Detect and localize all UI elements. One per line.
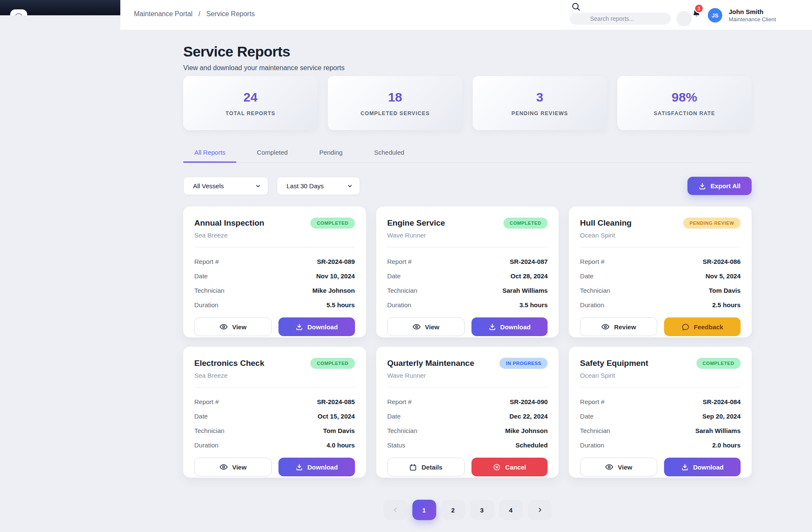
detail-value: Sarah Williams (695, 427, 741, 434)
report-card: Hull Cleaning PENDING REVIEW Ocean Spiri… (569, 207, 752, 337)
user-name: John Smith (729, 8, 776, 16)
download-button[interactable]: Download (278, 317, 355, 336)
review-button[interactable]: Review (580, 317, 657, 336)
cancel-button[interactable]: Cancel (471, 458, 548, 476)
next-page-button[interactable] (528, 500, 552, 520)
detail-label: Duration (580, 301, 604, 308)
notification-badge: 3 (694, 4, 704, 13)
export-all-label: Export All (710, 182, 740, 190)
detail-value: SR-2024-087 (510, 258, 548, 265)
search-input[interactable] (570, 13, 671, 25)
feedback-button[interactable]: Feedback (664, 317, 741, 336)
detail-label: Duration (194, 441, 219, 449)
chevron-down-icon (255, 183, 261, 189)
vessel-name: Wave Runner (387, 232, 548, 239)
report-card: Engine Service COMPLETED Wave Runner Rep… (376, 207, 559, 337)
view-button-label: View (232, 323, 247, 331)
tab-all-reports[interactable]: All Reports (183, 149, 236, 162)
report-details: Report #SR-2024-084 DateSep 20, 2024 Tec… (580, 394, 741, 452)
detail-label: Report # (194, 258, 219, 265)
report-card: Electronics Check COMPLETED Sea Breeze R… (183, 347, 366, 478)
report-card: Quarterly Maintenance IN PROGRESS Wave R… (376, 347, 559, 478)
tab-pending[interactable]: Pending (308, 149, 354, 162)
stat-label: PENDING REVIEWS (511, 110, 568, 116)
detail-label: Date (580, 413, 593, 420)
detail-label: Technician (580, 427, 610, 434)
report-card: Annual Inspection COMPLETED Sea Breeze R… (183, 207, 366, 337)
view-button[interactable]: View (194, 458, 272, 476)
search-icon (571, 2, 581, 12)
chat-bubble-icon (681, 323, 690, 331)
stat-value: 98% (672, 90, 697, 105)
details-button-label: Details (421, 464, 442, 471)
chevron-right-icon (537, 507, 543, 513)
tab-completed[interactable]: Completed (246, 149, 299, 162)
page-button-3[interactable]: 3 (470, 500, 494, 520)
detail-value: 4.0 hours (327, 441, 355, 449)
status-badge: COMPLETED (696, 358, 741, 369)
view-button-label: View (425, 323, 440, 331)
detail-label: Date (387, 272, 401, 280)
period-filter-select[interactable]: Last 30 Days (277, 177, 360, 195)
detail-value: Oct 15, 2024 (318, 413, 355, 420)
download-button[interactable]: Download (278, 458, 355, 476)
notifications-button[interactable]: 3 (676, 3, 700, 26)
detail-value: SR-2024-090 (510, 398, 548, 405)
report-details: Report #SR-2024-087 DateOct 28, 2024 Tec… (387, 254, 548, 312)
view-button[interactable]: View (194, 317, 272, 336)
divider (194, 247, 355, 247)
detail-label: Date (194, 413, 208, 420)
detail-value: Tom Davis (323, 427, 355, 434)
view-button[interactable]: View (387, 317, 465, 336)
view-button[interactable]: View (580, 458, 657, 476)
report-details: Report #SR-2024-085 DateOct 15, 2024 Tec… (194, 394, 355, 452)
report-title: Hull Cleaning (580, 218, 631, 228)
divider (580, 247, 741, 247)
user-menu[interactable]: JS John Smith Maintenance Client (708, 8, 776, 23)
feedback-button-label: Feedback (694, 323, 723, 331)
breadcrumb: Maintenance Portal / Service Reports (134, 10, 255, 18)
detail-label: Date (580, 272, 593, 280)
stat-satisfaction-rate: 98% SATISFACTION RATE (617, 76, 752, 130)
detail-value: Mike Johnson (312, 287, 355, 294)
tab-scheduled[interactable]: Scheduled (363, 149, 415, 162)
page-button-4[interactable]: 4 (499, 500, 523, 520)
download-icon (295, 463, 303, 471)
vessel-name: Ocean Spirit (580, 372, 741, 379)
notification-button-bg (676, 11, 692, 26)
detail-value: Tom Davis (709, 287, 741, 294)
detail-label: Duration (387, 301, 412, 308)
detail-value: Sarah Williams (503, 287, 548, 294)
cancel-button-label: Cancel (505, 464, 526, 471)
stat-pending-reviews: 3 PENDING REVIEWS (473, 76, 607, 130)
report-tabs: All Reports Completed Pending Scheduled (183, 149, 752, 163)
download-button-label: Download (307, 464, 338, 471)
status-badge: COMPLETED (503, 218, 548, 229)
detail-value: Scheduled (515, 441, 548, 449)
report-title: Engine Service (387, 218, 445, 228)
vessel-filter-select[interactable]: All Vessels (183, 177, 268, 195)
divider (194, 387, 355, 388)
page-button-1[interactable]: 1 (412, 500, 436, 520)
detail-label: Report # (194, 398, 219, 405)
details-button[interactable]: Details (387, 458, 465, 476)
page-button-2[interactable]: 2 (441, 500, 465, 520)
download-button-label: Download (693, 464, 724, 471)
download-button[interactable]: Download (471, 317, 548, 336)
stat-label: COMPLETED SERVICES (361, 110, 430, 116)
previous-page-button[interactable] (383, 500, 407, 520)
sidebar-top (0, 0, 120, 15)
detail-value: 5.5 hours (327, 301, 355, 308)
vessel-filter-value: All Vessels (193, 182, 224, 190)
status-badge: COMPLETED (310, 218, 355, 229)
detail-value: Mike Johnson (505, 427, 548, 434)
report-title: Quarterly Maintenance (387, 358, 474, 368)
breadcrumb-parent[interactable]: Maintenance Portal (134, 10, 193, 18)
app-logo[interactable] (10, 9, 27, 15)
view-button-label: View (618, 464, 632, 471)
detail-label: Duration (194, 301, 219, 308)
stat-value: 18 (388, 90, 402, 105)
export-all-button[interactable]: Export All (687, 177, 752, 195)
view-button-label: View (232, 464, 247, 471)
download-button[interactable]: Download (664, 458, 741, 476)
